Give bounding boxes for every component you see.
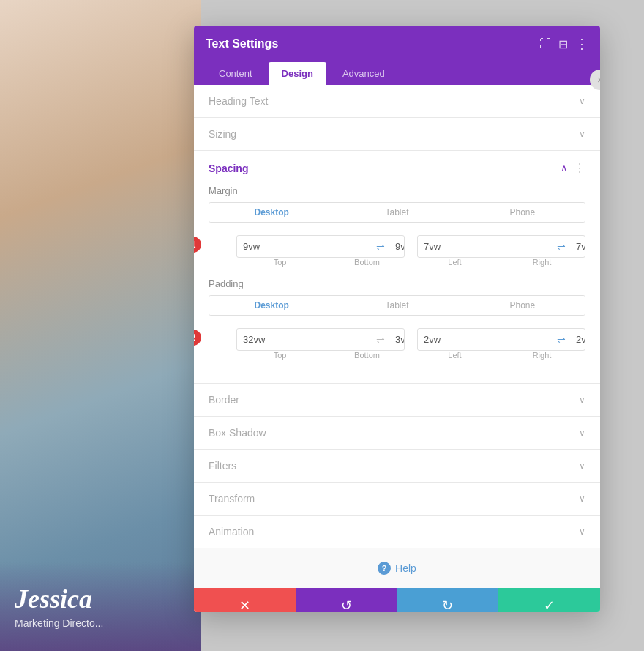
margin-bottom-input[interactable] <box>389 236 405 257</box>
sizing-chevron: ∨ <box>579 129 585 139</box>
padding-inputs-wrapper: 2 ⇌ ⇌ <box>209 324 585 360</box>
border-chevron: ∨ <box>579 395 585 405</box>
padding-tablet-tab[interactable]: Tablet <box>334 296 460 315</box>
border-section[interactable]: Border ∨ <box>194 384 600 417</box>
margin-link-icon-2[interactable]: ⇌ <box>553 241 570 253</box>
margin-group: Margin Desktop Tablet Phone 1 ⇌ <box>209 185 585 267</box>
border-label: Border <box>209 394 239 406</box>
panel-header: Text Settings ⛶ ⊟ ⋮ <box>194 26 600 62</box>
margin-top-input-group: ⇌ <box>236 235 405 258</box>
margin-label: Margin <box>209 185 585 196</box>
tab-content[interactable]: Content <box>206 62 266 85</box>
undo-button[interactable]: ↺ <box>296 588 397 612</box>
margin-left-label: Left <box>411 258 498 267</box>
padding-top-input[interactable] <box>237 329 372 350</box>
heading-text-chevron: ∨ <box>579 96 585 106</box>
spacing-chevron-up[interactable]: ∧ <box>561 163 568 174</box>
margin-field-labels: Top Bottom Left Right <box>236 258 585 267</box>
animation-chevron: ∨ <box>579 527 585 537</box>
padding-badge: 2 <box>194 330 201 346</box>
spacing-section: Spacing ∧ ⋮ Margin Desktop Tablet Phone <box>194 151 600 384</box>
spacing-content: Margin Desktop Tablet Phone 1 ⇌ <box>194 185 600 383</box>
cancel-button[interactable]: ✕ <box>194 588 296 612</box>
sizing-label: Sizing <box>209 128 236 140</box>
heading-text-section[interactable]: Heading Text ∨ <box>194 85 600 118</box>
padding-bottom-label: Bottom <box>323 351 411 360</box>
padding-group: Padding Desktop Tablet Phone 2 ⇌ <box>209 278 585 360</box>
margin-tablet-tab[interactable]: Tablet <box>334 203 460 222</box>
padding-inputs-divider <box>411 324 411 351</box>
footer-buttons: ✕ ↺ ↻ ✓ <box>194 588 600 612</box>
person-info-overlay: Jessica Marketing Directo... <box>0 562 201 651</box>
heading-text-label: Heading Text <box>209 95 268 107</box>
help-row: ? Help <box>194 548 600 588</box>
padding-right-input[interactable] <box>570 329 585 350</box>
margin-top-label: Top <box>236 258 323 267</box>
padding-tb-input-group: ⇌ <box>236 328 405 351</box>
margin-inputs: ⇌ ⇌ <box>236 231 585 267</box>
person-name: Jessica <box>15 584 187 614</box>
margin-lr-input-group: ⇌ <box>417 235 585 258</box>
padding-left-input[interactable] <box>418 329 553 350</box>
padding-inputs: ⇌ ⇌ <box>236 324 585 360</box>
padding-lr-input-group: ⇌ <box>417 328 585 351</box>
help-icon: ? <box>378 562 391 575</box>
fullscreen-icon[interactable]: ⛶ <box>539 37 551 51</box>
help-link[interactable]: ? Help <box>207 562 587 575</box>
transform-label: Transform <box>209 493 255 505</box>
margin-inputs-divider <box>411 231 411 258</box>
settings-panel: × Text Settings ⛶ ⊟ ⋮ Content Design Adv… <box>194 26 600 612</box>
spacing-header-controls: ∧ ⋮ <box>561 161 585 175</box>
margin-bottom-label: Bottom <box>323 258 411 267</box>
padding-device-tabs: Desktop Tablet Phone <box>209 295 585 316</box>
spacing-more-icon[interactable]: ⋮ <box>574 161 585 175</box>
padding-desktop-tab[interactable]: Desktop <box>209 296 334 315</box>
padding-left-label: Left <box>411 351 498 360</box>
padding-right-label: Right <box>498 351 585 360</box>
filters-section[interactable]: Filters ∨ <box>194 450 600 483</box>
margin-top-input[interactable] <box>237 236 372 257</box>
margin-link-icon[interactable]: ⇌ <box>372 241 389 253</box>
padding-top-label: Top <box>236 351 323 360</box>
redo-button[interactable]: ↻ <box>397 588 499 612</box>
padding-link-icon[interactable]: ⇌ <box>372 334 389 346</box>
margin-badge: 1 <box>194 237 201 253</box>
tab-advanced[interactable]: Advanced <box>329 62 398 85</box>
box-shadow-section[interactable]: Box Shadow ∨ <box>194 417 600 450</box>
columns-icon[interactable]: ⊟ <box>558 37 568 51</box>
padding-link-icon-2[interactable]: ⇌ <box>553 334 570 346</box>
person-title: Marketing Directo... <box>15 617 187 629</box>
panel-body: Heading Text ∨ Sizing ∨ Spacing ∧ ⋮ Marg… <box>194 85 600 612</box>
help-label: Help <box>395 562 416 574</box>
transform-chevron: ∨ <box>579 494 585 504</box>
header-icons: ⛶ ⊟ ⋮ <box>539 36 588 52</box>
more-options-icon[interactable]: ⋮ <box>575 36 588 52</box>
tab-design[interactable]: Design <box>269 62 326 85</box>
box-shadow-chevron: ∨ <box>579 428 585 438</box>
tabs-bar: Content Design Advanced <box>194 62 600 85</box>
padding-inputs-row: ⇌ ⇌ <box>236 324 585 351</box>
padding-phone-tab[interactable]: Phone <box>460 296 585 315</box>
margin-inputs-wrapper: 1 ⇌ ⇌ <box>209 231 585 267</box>
padding-bottom-input[interactable] <box>389 329 405 350</box>
spacing-title: Spacing <box>209 163 248 174</box>
background-image: Jessica Marketing Directo... <box>0 0 201 651</box>
animation-section[interactable]: Animation ∨ <box>194 516 600 548</box>
padding-field-labels: Top Bottom Left Right <box>236 351 585 360</box>
margin-phone-tab[interactable]: Phone <box>460 203 585 222</box>
panel-title: Text Settings <box>206 37 278 51</box>
spacing-header[interactable]: Spacing ∧ ⋮ <box>194 151 600 185</box>
filters-label: Filters <box>209 460 236 472</box>
margin-right-input[interactable] <box>570 236 585 257</box>
margin-left-input[interactable] <box>418 236 553 257</box>
filters-chevron: ∨ <box>579 461 585 471</box>
margin-desktop-tab[interactable]: Desktop <box>209 203 334 222</box>
sizing-section[interactable]: Sizing ∨ <box>194 118 600 151</box>
transform-section[interactable]: Transform ∨ <box>194 483 600 516</box>
margin-right-label: Right <box>498 258 585 267</box>
margin-device-tabs: Desktop Tablet Phone <box>209 202 585 223</box>
box-shadow-label: Box Shadow <box>209 427 266 439</box>
padding-label: Padding <box>209 278 585 289</box>
save-button[interactable]: ✓ <box>498 588 600 612</box>
animation-label: Animation <box>209 526 254 537</box>
